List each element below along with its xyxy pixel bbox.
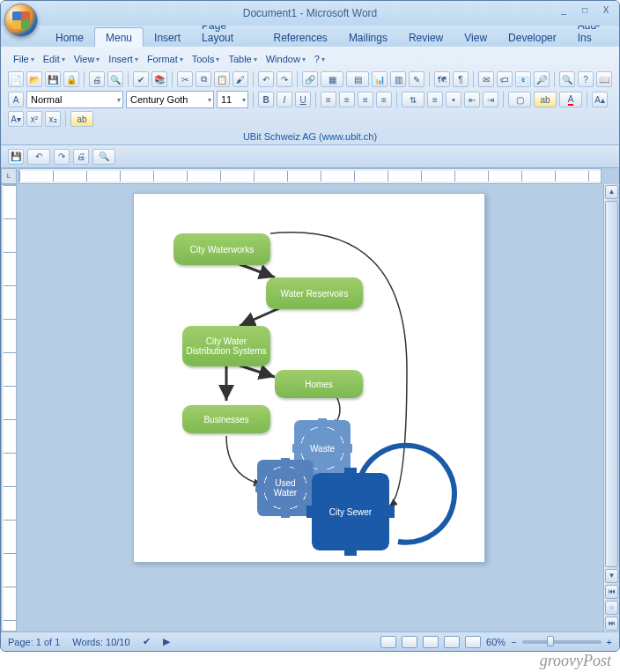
insert-table-icon[interactable]: ▤	[346, 71, 369, 87]
undo-icon[interactable]: ↶	[258, 71, 274, 87]
qat-undo-icon[interactable]: ↶	[27, 149, 50, 165]
format-painter-icon[interactable]: 🖌	[232, 71, 248, 87]
help-icon[interactable]: ?	[578, 71, 594, 87]
style-combo[interactable]: Normal	[26, 91, 123, 108]
envelopes-icon[interactable]: ✉	[478, 71, 494, 87]
flow-homes[interactable]: Homes	[275, 370, 363, 398]
paste-icon[interactable]: 📋	[214, 71, 230, 87]
line-spacing-icon[interactable]: ⇅	[402, 92, 424, 107]
reading-icon[interactable]: 📖	[596, 71, 612, 87]
copy-icon[interactable]: ⧉	[196, 71, 211, 87]
subscript-icon[interactable]: x₂	[45, 111, 61, 127]
document-page[interactable]: City Waterworks Water Reservoirs City Wa…	[133, 193, 485, 563]
menu-file[interactable]: File▾	[10, 52, 38, 66]
status-macro-icon[interactable]: ▶	[163, 636, 170, 647]
align-right-icon[interactable]: ≡	[358, 92, 373, 107]
qat-redo-icon[interactable]: ↷	[54, 149, 70, 165]
table-icon[interactable]: ▦	[321, 71, 343, 87]
scroll-up-icon[interactable]: ▲	[605, 185, 618, 199]
qat-preview-icon[interactable]: 🔍	[92, 149, 115, 165]
next-page-icon[interactable]: ⏭	[605, 617, 618, 631]
tab-view[interactable]: View	[454, 28, 498, 47]
find-icon[interactable]: 🔎	[534, 71, 550, 87]
menu-tools[interactable]: Tools▾	[188, 52, 224, 66]
draft-view-icon[interactable]	[465, 636, 481, 648]
menu-view[interactable]: View▾	[70, 52, 104, 66]
spellcheck-icon[interactable]: ✔	[133, 71, 149, 87]
menu-help[interactable]: ?▾	[311, 52, 328, 66]
tab-insert[interactable]: Insert	[144, 28, 191, 47]
print-layout-view-icon[interactable]	[380, 636, 396, 648]
web-layout-view-icon[interactable]	[423, 636, 439, 648]
full-screen-view-icon[interactable]	[402, 636, 417, 648]
horizontal-ruler[interactable]	[18, 168, 602, 184]
align-center-icon[interactable]: ≡	[339, 92, 355, 107]
tab-review[interactable]: Review	[398, 28, 454, 47]
numbering-icon[interactable]: ≡	[427, 92, 443, 107]
new-doc-icon[interactable]: 📄	[8, 71, 24, 87]
ribbon-credit[interactable]: UBit Schweiz AG (www.ubit.ch)	[243, 131, 377, 142]
flow-businesses[interactable]: Businesses	[182, 405, 270, 433]
increase-indent-icon[interactable]: ⇥	[483, 92, 498, 107]
status-page[interactable]: Page: 1 of 1	[8, 637, 60, 647]
labels-icon[interactable]: 🏷	[497, 71, 513, 87]
tab-mailings[interactable]: Mailings	[338, 28, 398, 47]
styles-pane-icon[interactable]: A	[8, 92, 24, 107]
close-button[interactable]: X	[598, 4, 614, 17]
shrink-font-icon[interactable]: A▾	[8, 111, 24, 127]
cut-icon[interactable]: ✂	[177, 71, 193, 87]
vertical-ruler[interactable]	[1, 184, 17, 631]
print-icon[interactable]: 🖨	[89, 71, 105, 87]
permissions-icon[interactable]: 🔒	[63, 71, 79, 87]
zoom-slider-thumb[interactable]	[547, 636, 554, 646]
highlight2-icon[interactable]: ab	[70, 111, 93, 127]
menu-table[interactable]: Table▾	[225, 52, 260, 66]
mail-merge-icon[interactable]: 📧	[515, 71, 531, 87]
qat-save-icon[interactable]: 💾	[8, 149, 24, 165]
font-combo[interactable]: Century Goth	[126, 91, 214, 108]
office-button[interactable]	[4, 4, 38, 37]
drawing-icon[interactable]: ✎	[409, 71, 424, 87]
qat-print-icon[interactable]: 🖨	[73, 149, 89, 165]
font-color-icon[interactable]: A	[559, 92, 582, 107]
menu-insert[interactable]: Insert▾	[105, 52, 142, 66]
menu-format[interactable]: Format▾	[144, 52, 187, 66]
zoom-level[interactable]: 60%	[486, 637, 506, 647]
font-size-combo[interactable]: 11	[217, 91, 248, 108]
underline-button[interactable]: U	[295, 92, 311, 107]
save-icon[interactable]: 💾	[45, 71, 61, 87]
decrease-indent-icon[interactable]: ⇤	[464, 92, 480, 107]
borders-icon[interactable]: ▢	[508, 92, 531, 107]
bullets-icon[interactable]: •	[446, 92, 461, 107]
redo-icon[interactable]: ↷	[277, 71, 292, 87]
zoom-icon[interactable]: 🔍	[559, 71, 575, 87]
outline-view-icon[interactable]	[444, 636, 460, 648]
scroll-thumb[interactable]	[605, 201, 618, 567]
print-preview-icon[interactable]: 🔍	[107, 71, 123, 87]
columns-icon[interactable]: ▥	[390, 71, 406, 87]
ruler-corner[interactable]: L	[1, 168, 17, 184]
vertical-scrollbar[interactable]: ▲ ▼ ⏮ ○ ⏭	[603, 184, 619, 631]
flow-city-waterworks[interactable]: City Waterworks	[173, 233, 270, 265]
zoom-out-icon[interactable]: −	[511, 637, 516, 647]
minimize-button[interactable]: _	[556, 4, 572, 17]
doc-map-icon[interactable]: 🗺	[434, 71, 450, 87]
bold-button[interactable]: B	[258, 92, 274, 107]
menu-window[interactable]: Window▾	[262, 52, 309, 66]
grow-font-icon[interactable]: A▴	[592, 92, 608, 107]
gear-used-water[interactable]: Used Water	[264, 467, 306, 509]
show-marks-icon[interactable]: ¶	[453, 71, 469, 87]
scroll-down-icon[interactable]: ▼	[605, 569, 618, 583]
status-words[interactable]: Words: 10/10	[72, 637, 129, 647]
tab-home[interactable]: Home	[45, 28, 94, 47]
zoom-in-icon[interactable]: +	[607, 637, 612, 647]
superscript-icon[interactable]: x²	[26, 111, 42, 127]
hyperlink-icon[interactable]: 🔗	[302, 71, 318, 87]
menu-edit[interactable]: Edit▾	[40, 52, 69, 66]
zoom-slider[interactable]	[522, 640, 602, 644]
status-proofing-icon[interactable]: ✔	[143, 636, 151, 647]
gear-city-sewer[interactable]: City Sewer	[319, 480, 382, 543]
tab-menu[interactable]: Menu	[94, 27, 144, 47]
highlight-icon[interactable]: ab	[534, 92, 557, 107]
browse-object-icon[interactable]: ○	[605, 601, 618, 615]
